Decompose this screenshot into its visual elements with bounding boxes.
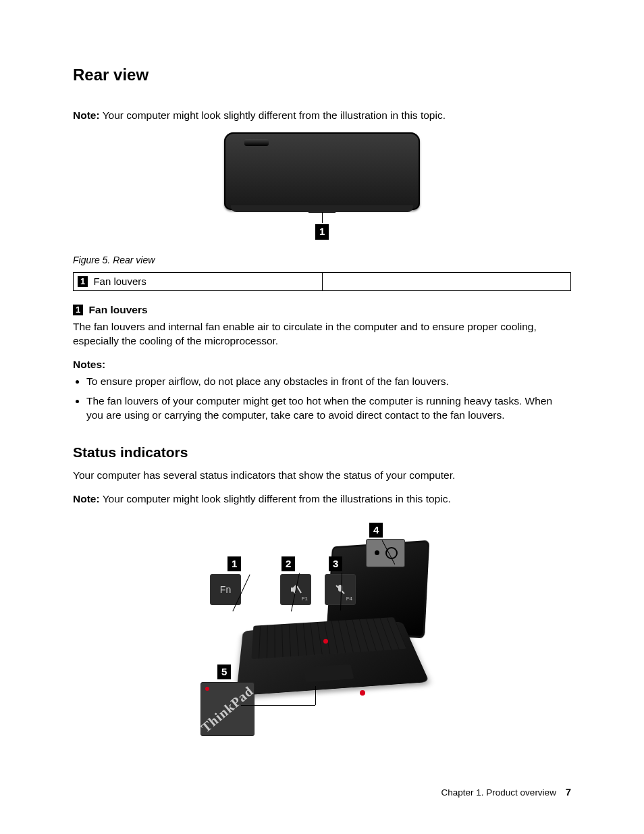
rear-view-illustration: 1: [224, 132, 420, 247]
figure-status-indicators: 4 1 2 3 Fn F1 F4 5 ThinkPad: [73, 516, 571, 746]
footer-chapter: Chapter 1. Product overview: [441, 787, 556, 798]
leader-line-icon: [322, 212, 323, 223]
laptop-lid-icon: [224, 132, 420, 210]
callout-5: 5: [217, 664, 231, 679]
laptop-edge-icon: [231, 205, 413, 212]
page-footer: Chapter 1. Product overview 7: [441, 785, 571, 799]
heading-rear-view: Rear view: [73, 64, 571, 86]
legend-cell-1: 1 Fan louvers: [74, 273, 323, 291]
figure-caption-rear: Figure 5. Rear view: [73, 254, 571, 267]
status-note: Note: Your computer might look slightly …: [73, 492, 571, 506]
thinkpad-logo-text: ThinkPad: [197, 682, 257, 737]
callout-1: 1: [315, 224, 329, 239]
callout-badge-1: 1: [78, 276, 88, 287]
note-label: Note:: [73, 109, 100, 121]
fn-key-label: Fn: [220, 583, 231, 596]
note-text: Your computer might look slightly differ…: [100, 109, 446, 121]
status-intro: Your computer has several status indicat…: [73, 469, 571, 483]
svg-line-0: [297, 586, 301, 593]
callout-badge-1-heading: 1: [73, 305, 83, 315]
legend-cell-1-text: Fan louvers: [90, 276, 146, 287]
thinkpad-logo-detail: ThinkPad: [200, 682, 254, 736]
camera-detail-icon: [366, 539, 405, 567]
figure-rear-view: 1: [73, 132, 571, 247]
table-row: 1 Fan louvers: [74, 273, 571, 291]
key-sublabel: F1: [302, 596, 308, 603]
rear-view-legend-table: 1 Fan louvers: [73, 272, 571, 291]
thinkpad-led-icon: [360, 690, 365, 696]
heading-status-indicators: Status indicators: [73, 443, 571, 462]
rear-view-note: Note: Your computer might look slightly …: [73, 109, 571, 123]
note-label: Note:: [73, 493, 100, 504]
list-item: The fan louvers of your computer might g…: [86, 394, 571, 423]
callout-4: 4: [369, 523, 383, 538]
fan-louvers-heading: 1 Fan louvers: [73, 303, 571, 317]
status-indicators-illustration: 4 1 2 3 Fn F1 F4 5 ThinkPad: [200, 516, 444, 746]
key-sublabel: F4: [346, 596, 352, 603]
leader-line-icon: [241, 705, 315, 706]
fan-louvers-title: Fan louvers: [86, 304, 147, 315]
note-text: Your computer might look slightly differ…: [100, 493, 451, 504]
callout-3: 3: [329, 556, 342, 571]
manual-page: Rear view Note: Your computer might look…: [0, 0, 644, 834]
legend-cell-2: [322, 273, 571, 291]
notes-heading: Notes:: [73, 358, 571, 372]
notes-list: To ensure proper airflow, do not place a…: [86, 375, 571, 423]
fn-key-detail: Fn: [210, 574, 241, 605]
footer-page-number: 7: [566, 786, 571, 798]
callout-1: 1: [227, 556, 241, 571]
list-item: To ensure proper airflow, do not place a…: [86, 375, 571, 389]
leader-line-icon: [315, 686, 316, 705]
callout-2: 2: [281, 556, 295, 571]
fan-louvers-description: The fan louvers and internal fan enable …: [73, 320, 571, 348]
